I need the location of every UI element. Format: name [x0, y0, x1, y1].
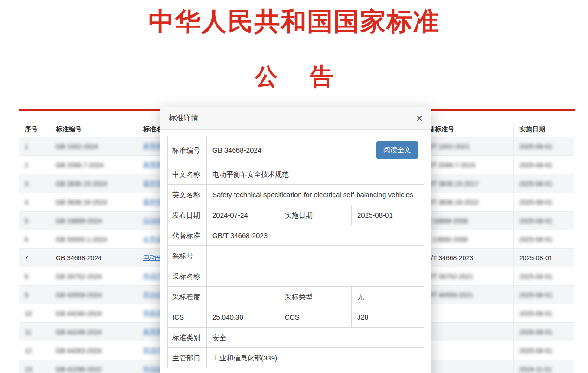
- adopt-degree-value: [207, 287, 279, 307]
- row-code: GB 44246-2024: [56, 328, 102, 336]
- row-seq: 4: [25, 199, 28, 206]
- field-label: 采标名称: [168, 266, 207, 287]
- modal-body: 标准编号 GB 34668-2024 阅读全文 中文名称 电动平衡车安全技术规范…: [160, 130, 431, 373]
- row-code: GB 2099.7-2024: [56, 161, 104, 169]
- close-icon[interactable]: ×: [416, 113, 423, 124]
- field-label: 主管部门: [168, 348, 207, 368]
- detail-row-adopt: 采标程度 采标类型 无: [168, 287, 424, 307]
- row-seq: 11: [25, 328, 32, 336]
- standard-code-value: GB 34668-2024: [212, 145, 261, 155]
- ccs-value: J28: [352, 307, 424, 328]
- row-code: GB 16899-2024: [56, 217, 102, 225]
- row-code: GB 3836.16-2024: [56, 199, 107, 206]
- modal-title: 标准详情: [169, 113, 198, 123]
- row-date: 2025-08-01: [519, 180, 553, 187]
- page-subtitle: 公 告: [0, 61, 588, 92]
- row-code: GB 40559-2024: [56, 291, 102, 299]
- row-date: 2025-08-01: [519, 217, 553, 225]
- row-seq: 12: [25, 347, 32, 354]
- page: 中华人民共和国国家标准 公 告 序号 标准编号 标准名称 代替标准号 实施日期 …: [0, 0, 588, 373]
- col-header-date: 实施日期: [514, 122, 574, 137]
- category-value: 安全: [207, 328, 424, 348]
- adopt-type-value: 无: [352, 287, 424, 307]
- field-label: 代替标准: [168, 225, 207, 246]
- row-date: 2025-08-01: [519, 236, 553, 243]
- detail-row-ics: ICS 25.040.30 CCS J28: [168, 307, 424, 328]
- detail-table: 标准编号 GB 34668-2024 阅读全文 中文名称 电动平衡车安全技术规范…: [167, 136, 424, 368]
- adopt-name-value: [207, 266, 424, 287]
- field-label: 中文名称: [168, 164, 207, 185]
- row-seq: 10: [25, 310, 32, 317]
- row-date: 2025-08-01: [519, 161, 553, 169]
- col-header-seq: 序号: [19, 122, 50, 137]
- row-seq: 13: [25, 366, 32, 373]
- row-code: GB 3836.15-2024: [56, 180, 107, 187]
- row-code: GB 34668-2024: [56, 254, 102, 262]
- ics-value: 25.040.30: [207, 307, 279, 328]
- row-code: GB 39752-2024: [56, 273, 102, 280]
- replace-value: GB/T 34668-2023: [207, 225, 424, 246]
- detail-row-adopt-name: 采标名称: [168, 266, 424, 287]
- row-code: GB 44240-2024: [56, 310, 102, 317]
- field-label: 采标类型: [279, 287, 352, 307]
- row-date: 2025-08-01: [519, 310, 553, 317]
- cn-name-value: 电动平衡车安全技术规范: [207, 164, 424, 185]
- dept-value: 工业和信息化部(339): [207, 348, 424, 368]
- adopt-no-value: [207, 246, 424, 266]
- row-seq: 1: [25, 143, 28, 150]
- modal-header: 标准详情 ×: [160, 107, 431, 130]
- row-seq: 6: [25, 236, 28, 243]
- row-seq: 9: [25, 291, 28, 299]
- row-date: 2025-08-01: [519, 273, 553, 280]
- row-date: 2026-08-01: [519, 328, 553, 336]
- col-header-code: 标准编号: [50, 122, 137, 137]
- detail-row-adopt-no: 采标号: [168, 246, 424, 266]
- page-title: 中华人民共和国国家标准: [0, 5, 588, 39]
- row-date: 2025-08-01: [519, 347, 553, 354]
- field-label: 英文名称: [168, 185, 207, 205]
- field-label: ICS: [168, 307, 207, 328]
- detail-row-replace: 代替标准 GB/T 34668-2023: [168, 225, 424, 246]
- field-label: 实施日期: [279, 205, 352, 225]
- row-seq: 8: [25, 273, 28, 280]
- field-label: 采标号: [168, 246, 207, 266]
- field-label: 标准类别: [168, 328, 207, 348]
- row-seq: 7: [25, 254, 28, 262]
- detail-row-dates: 发布日期 2024-07-24 实施日期 2025-08-01: [168, 205, 424, 225]
- row-code: GB 1002-2024: [56, 143, 98, 150]
- en-name-value: Safety technical specification for elect…: [207, 185, 424, 205]
- detail-row-code: 标准编号 GB 34668-2024 阅读全文: [168, 136, 424, 164]
- detail-row-cn-name: 中文名称 电动平衡车安全技术规范: [168, 164, 424, 185]
- implement-date-value: 2025-08-01: [352, 205, 424, 225]
- field-label: 采标程度: [168, 287, 207, 307]
- row-seq: 5: [25, 217, 28, 225]
- row-date: 2025-08-01: [519, 254, 553, 262]
- detail-row-en-name: 英文名称 Safety technical specification for …: [168, 185, 424, 205]
- row-date: 2024-11-01: [519, 366, 552, 373]
- row-seq: 2: [25, 161, 28, 169]
- read-full-text-button[interactable]: 阅读全文: [376, 141, 418, 159]
- row-code: GB 30000.1-2024: [56, 236, 107, 243]
- field-label: 标准编号: [168, 136, 207, 164]
- detail-row-category: 标准类别 安全: [168, 328, 424, 348]
- field-label: CCS: [279, 307, 352, 328]
- row-date: 2025-08-01: [519, 143, 553, 150]
- standard-detail-modal: 标准详情 × 标准编号 GB 34668-2024 阅读全文 中文名称 电动平衡…: [160, 107, 431, 373]
- detail-row-dept: 主管部门 工业和信息化部(339): [168, 348, 424, 368]
- row-seq: 3: [25, 180, 28, 187]
- row-date: 2025-08-01: [519, 291, 553, 299]
- row-code: GB 42296-2022: [56, 366, 102, 373]
- row-code: GB 44263-2024: [56, 347, 102, 354]
- publish-date-value: 2024-07-24: [207, 205, 279, 225]
- row-date: 2025-08-01: [519, 199, 553, 206]
- field-label: 发布日期: [168, 205, 207, 225]
